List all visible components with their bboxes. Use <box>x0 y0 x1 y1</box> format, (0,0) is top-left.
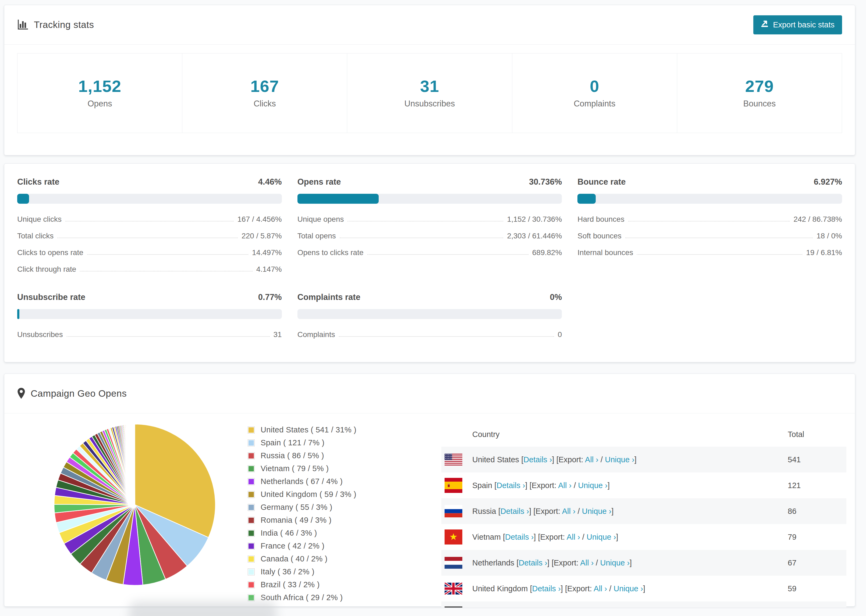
legend-item-netherlands[interactable]: Netherlands ( 67 / 4% ) <box>248 477 356 486</box>
export-all-link[interactable]: All › <box>567 533 580 541</box>
table-row-spain: Spain [Details ›] [Export: All › / Uniqu… <box>441 473 846 498</box>
rate-detail-value: 4.147% <box>256 265 282 273</box>
rate-progress-track <box>17 309 282 319</box>
rate-panel-head: Complaints rate0% <box>298 292 562 302</box>
export-basic-stats-button[interactable]: Export basic stats <box>753 15 842 35</box>
legend-item-india[interactable]: India ( 46 / 3% ) <box>248 529 356 537</box>
legend-item-brazil[interactable]: Brazil ( 33 / 2% ) <box>248 580 356 589</box>
legend-color <box>249 569 254 575</box>
dotted-leader <box>65 221 234 222</box>
rate-panel-title: Unsubscribe rate <box>17 292 85 302</box>
legend-color <box>249 595 254 600</box>
legend-label: France ( 42 / 2% ) <box>261 542 324 550</box>
legend-item-italy[interactable]: Italy ( 36 / 2% ) <box>248 567 356 576</box>
legend-item-canada[interactable]: Canada ( 40 / 2% ) <box>248 555 356 563</box>
total-cell: 67 <box>788 558 796 567</box>
dotted-leader <box>67 336 270 337</box>
legend-label: Vietnam ( 79 / 5% ) <box>261 464 329 473</box>
country-name: Russia <box>472 507 498 515</box>
total-cell: 541 <box>788 455 801 464</box>
legend-item-romania[interactable]: Romania ( 49 / 3% ) <box>248 516 356 525</box>
export-unique-link[interactable]: Unique › <box>587 533 616 541</box>
legend-color <box>249 582 254 588</box>
rate-detail-row: Unsubscribes31 <box>17 330 282 339</box>
country-name: Vietnam <box>472 533 503 541</box>
map-pin-icon <box>17 388 25 399</box>
legend-item-united-kingdom[interactable]: United Kingdom ( 59 / 3% ) <box>248 490 356 499</box>
bracket: ] [Export: <box>525 481 558 490</box>
flag-icon-vn <box>444 530 462 546</box>
rate-detail-label: Unsubscribes <box>17 330 63 339</box>
legend-label: Canada ( 40 / 2% ) <box>261 555 328 563</box>
country-column-header: Country <box>472 430 500 439</box>
legend-item-germany[interactable]: Germany ( 55 / 3% ) <box>248 503 356 512</box>
opens-count: 1,152 <box>17 77 182 96</box>
details-link[interactable]: Details › <box>501 507 529 515</box>
unsubscribes-label: Unsubscribes <box>347 99 512 108</box>
table-row-united-states: United States [Details ›] [Export: All ›… <box>441 447 846 473</box>
geo-opens-header: Campaign Geo Opens <box>4 374 855 413</box>
rate-panel-complaints-rate: Complaints rate0%Complaints0 <box>298 292 562 339</box>
rate-detail-row: Internal bounces19 / 6.81% <box>578 248 842 257</box>
bounces-label: Bounces <box>677 99 842 108</box>
country-cell: Spain [Details ›] [Export: All › / Uniqu… <box>472 481 610 490</box>
export-all-link[interactable]: All › <box>594 584 607 593</box>
table-row-germany: Germany [Details ›] [Export: All › / Uni… <box>441 602 846 607</box>
total-cell: 86 <box>788 507 796 516</box>
rate-detail-row: Complaints0 <box>298 330 562 339</box>
legend-item-vietnam[interactable]: Vietnam ( 79 / 5% ) <box>248 464 356 473</box>
legend-item-france[interactable]: France ( 42 / 2% ) <box>248 542 356 550</box>
dotted-leader <box>339 336 554 337</box>
bracket: [ <box>498 507 501 515</box>
details-link[interactable]: Details › <box>496 481 525 490</box>
dotted-leader <box>348 221 503 222</box>
rate-detail-label: Soft bounces <box>578 232 621 240</box>
rate-panel-value: 0.77% <box>258 292 282 302</box>
geo-opens-title: Campaign Geo Opens <box>17 388 127 399</box>
export-all-link[interactable]: All › <box>558 481 572 490</box>
details-link[interactable]: Details › <box>532 584 561 593</box>
export-unique-link[interactable]: Unique › <box>582 507 612 515</box>
legend-item-russia[interactable]: Russia ( 86 / 5% ) <box>248 451 356 460</box>
table-row-vietnam: Vietnam [Details ›] [Export: All › / Uni… <box>441 524 846 550</box>
legend-item-spain[interactable]: Spain ( 121 / 7% ) <box>248 438 356 447</box>
export-unique-link[interactable]: Unique › <box>578 481 608 490</box>
details-link[interactable]: Details › <box>505 533 534 541</box>
rate-detail-value: 31 <box>274 330 282 339</box>
export-unique-link[interactable]: Unique › <box>614 584 643 593</box>
legend-swatch <box>248 556 255 563</box>
bar-chart-icon <box>17 19 28 30</box>
legend-item-south-africa[interactable]: South Africa ( 29 / 2% ) <box>248 593 356 602</box>
legend-color <box>249 556 254 562</box>
rate-progress-fill <box>17 309 19 319</box>
legend-color <box>249 505 254 510</box>
rate-progress-fill <box>17 194 29 204</box>
export-unique-link[interactable]: Unique › <box>600 558 630 567</box>
legend-item-united-states[interactable]: United States ( 541 / 31% ) <box>248 426 356 434</box>
slash: / <box>594 558 600 567</box>
rate-detail-value: 18 / 0% <box>817 232 842 240</box>
export-icon <box>761 20 769 30</box>
dotted-leader <box>637 254 802 255</box>
rate-detail-value: 1,152 / 30.736% <box>507 215 562 224</box>
export-all-link[interactable]: All › <box>562 507 576 515</box>
opens-label: Opens <box>17 99 182 108</box>
export-all-link[interactable]: All › <box>585 455 598 464</box>
geo-opens-legend: United States ( 541 / 31% )Spain ( 121 /… <box>248 426 356 606</box>
table-row-united-kingdom: United Kingdom [Details ›] [Export: All … <box>441 576 846 602</box>
geo-opens-pie-chart[interactable] <box>52 422 217 587</box>
rate-progress-fill <box>298 194 379 204</box>
rate-detail-label: Hard bounces <box>578 215 624 224</box>
table-row-russia: Russia [Details ›] [Export: All › / Uniq… <box>441 498 846 524</box>
dotted-leader <box>57 237 238 238</box>
details-link[interactable]: Details › <box>519 558 547 567</box>
export-unique-link[interactable]: Unique › <box>605 455 635 464</box>
export-all-link[interactable]: All › <box>580 558 594 567</box>
rate-panel-value: 0% <box>550 292 562 302</box>
details-link[interactable]: Details › <box>523 455 552 464</box>
country-cell: United Kingdom [Details ›] [Export: All … <box>472 584 645 593</box>
legend-color <box>249 440 254 446</box>
bracket: ] [Export: <box>547 558 580 567</box>
flag-icon-gb <box>444 583 462 596</box>
blurred-overlay-artifact <box>129 602 277 616</box>
